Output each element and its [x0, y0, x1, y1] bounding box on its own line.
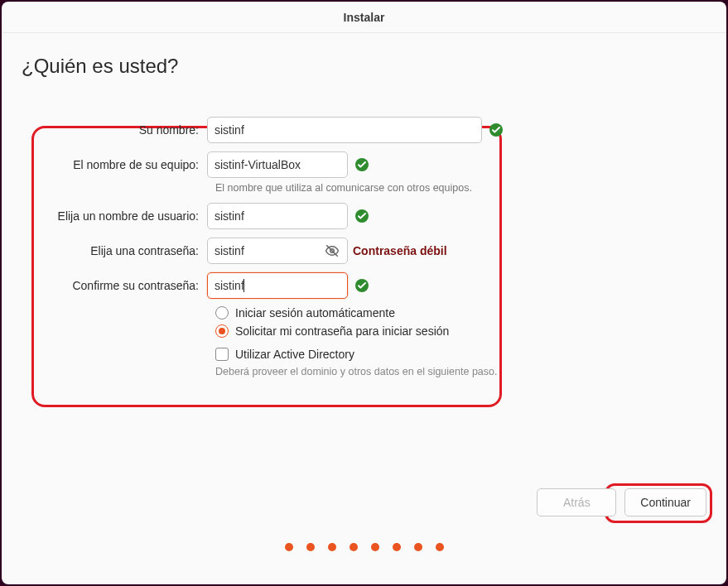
confirm-label: Confirme su contraseña: — [41, 279, 207, 292]
dot — [414, 543, 422, 551]
name-label: Su nombre: — [41, 123, 207, 137]
titlebar: Instalar — [2, 2, 726, 33]
eye-off-icon[interactable] — [325, 243, 340, 258]
back-button[interactable]: Atrás — [537, 488, 616, 516]
password-strength: Contraseña débil — [353, 244, 447, 257]
radio-require-password-label: Solicitar mi contraseña para iniciar ses… — [235, 324, 449, 338]
radio-require-password[interactable]: Solicitar mi contraseña para iniciar ses… — [215, 324, 505, 338]
password-label: Elija una contraseña: — [41, 244, 207, 257]
dot — [350, 543, 358, 551]
text-cursor — [243, 279, 244, 292]
name-input[interactable] — [207, 117, 482, 143]
hostname-label: El nombre de su equipo: — [41, 158, 207, 171]
user-form: Su nombre: El nombre de su equipo: El no… — [33, 108, 513, 391]
dot — [328, 543, 336, 551]
window-title: Instalar — [344, 11, 385, 24]
check-icon — [354, 209, 369, 223]
continue-button[interactable]: Continuar — [624, 488, 706, 516]
check-icon — [354, 278, 369, 293]
hostname-hint: El nombre que utiliza al comunicarse con… — [215, 182, 505, 194]
progress-dots — [2, 543, 726, 551]
radio-icon — [215, 324, 229, 338]
checkbox-icon — [215, 348, 229, 361]
checkbox-ad-label: Utilizar Active Directory — [235, 348, 354, 361]
check-icon — [354, 157, 369, 172]
radio-auto-login-label: Iniciar sesión automáticamente — [235, 306, 395, 319]
installer-window: Instalar ¿Quién es usted? Su nombre: El … — [2, 2, 726, 584]
hostname-input[interactable] — [207, 151, 348, 178]
footer-buttons: Atrás Continuar — [537, 488, 706, 516]
content-area: ¿Quién es usted? Su nombre: El nombre de… — [2, 33, 726, 584]
ad-hint: Deberá proveer el dominio y otros datos … — [215, 366, 505, 377]
confirm-password-input[interactable]: sistinf — [207, 272, 348, 299]
dot — [436, 543, 444, 551]
dot — [285, 543, 293, 551]
checkbox-active-directory[interactable]: Utilizar Active Directory — [215, 348, 505, 361]
radio-icon — [215, 306, 229, 319]
check-icon — [489, 122, 504, 137]
username-label: Elija un nombre de usuario: — [41, 209, 207, 223]
radio-auto-login[interactable]: Iniciar sesión automáticamente — [215, 306, 505, 319]
dot — [371, 543, 379, 551]
dot — [393, 543, 401, 551]
page-heading: ¿Quién es usted? — [22, 55, 706, 78]
dot — [306, 543, 315, 551]
username-input[interactable] — [207, 203, 348, 229]
